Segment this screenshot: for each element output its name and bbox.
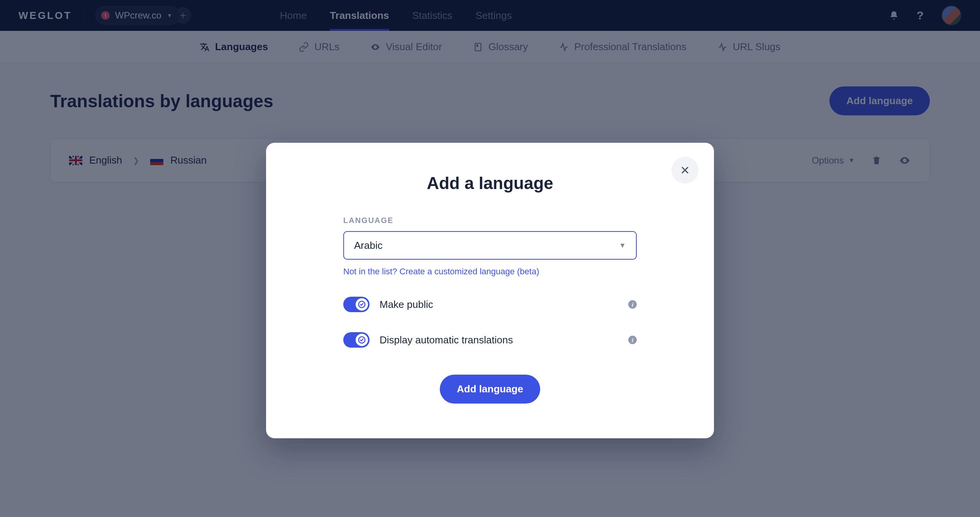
chevron-down-icon: ▼ — [619, 242, 626, 250]
toggle-make-public[interactable] — [343, 297, 370, 312]
info-icon[interactable]: i — [628, 336, 637, 344]
add-language-modal: Add a language LANGUAGE Arabic ▼ Not in … — [266, 143, 714, 438]
language-select[interactable]: Arabic ▼ — [343, 231, 637, 260]
custom-language-link[interactable]: Not in the list? Create a customized lan… — [343, 267, 539, 277]
toggle-auto-translations[interactable] — [343, 332, 370, 348]
selected-language: Arabic — [354, 240, 383, 252]
modal-title: Add a language — [303, 174, 677, 193]
modal-overlay[interactable]: Add a language LANGUAGE Arabic ▼ Not in … — [0, 0, 980, 517]
toggle-public-label: Make public — [380, 299, 433, 311]
info-icon[interactable]: i — [628, 300, 637, 309]
modal-submit-button[interactable]: Add language — [440, 375, 540, 404]
close-icon[interactable] — [671, 157, 699, 184]
language-field-label: LANGUAGE — [343, 216, 637, 225]
toggle-auto-label: Display automatic translations — [380, 334, 513, 346]
